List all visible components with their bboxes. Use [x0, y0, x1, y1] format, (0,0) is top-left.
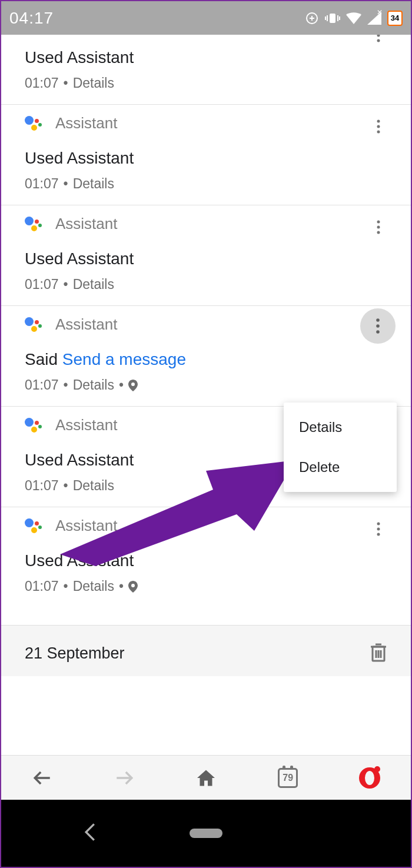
- svg-point-24: [377, 528, 380, 531]
- system-home-pill[interactable]: [190, 829, 222, 838]
- title-prefix: Said: [25, 350, 62, 368]
- svg-point-25: [377, 533, 380, 536]
- svg-point-16: [377, 231, 380, 234]
- date-label: 21 September: [25, 644, 125, 663]
- activity-item: Assistant Said Send a message 01:07• Det…: [1, 306, 411, 407]
- screen-frame: 04:17 ✕ 34 Assistant: [0, 0, 412, 868]
- menu-item-details[interactable]: Details: [284, 407, 397, 447]
- svg-point-10: [377, 39, 380, 42]
- nav-opera-button[interactable]: [355, 764, 384, 792]
- activity-title: Used Assistant: [25, 250, 387, 268]
- svg-point-15: [377, 226, 380, 229]
- opera-logo-icon: [359, 767, 380, 789]
- location-pin-icon: [128, 380, 138, 391]
- vibrate-icon: [325, 11, 340, 25]
- details-link[interactable]: Details: [73, 277, 114, 292]
- svg-point-9: [377, 35, 380, 37]
- activity-meta: 01:07• Details•: [25, 578, 387, 594]
- more-options-button[interactable]: [360, 308, 396, 344]
- activity-meta: 01:07• Details: [25, 176, 387, 192]
- assistant-logo-icon: [25, 115, 42, 132]
- nav-back-button[interactable]: [28, 764, 57, 792]
- activity-title: Used Assistant: [25, 48, 387, 67]
- assistant-logo-icon: [25, 215, 42, 233]
- more-options-button[interactable]: [367, 115, 390, 138]
- details-link[interactable]: Details: [73, 176, 114, 192]
- status-bar: 04:17 ✕ 34: [1, 1, 411, 35]
- activity-time: 01:07: [25, 578, 59, 594]
- activity-item: Assistant Used Assistant 01:07• Details: [1, 105, 411, 205]
- activity-meta: 01:07• Details: [25, 277, 387, 292]
- more-options-button[interactable]: [367, 35, 390, 46]
- nav-home-button[interactable]: [192, 764, 220, 792]
- assistant-logo-icon: [25, 316, 42, 334]
- system-back-button[interactable]: [84, 822, 97, 844]
- activity-item: Assistant Used Assistant 01:07 • Details: [1, 35, 411, 105]
- svg-point-18: [376, 324, 380, 328]
- data-saver-icon: [305, 11, 319, 25]
- svg-point-19: [376, 330, 380, 334]
- activity-title: Used Assistant: [25, 149, 387, 168]
- voice-query-link[interactable]: Send a message: [62, 350, 186, 368]
- browser-bottom-nav: 79: [1, 755, 411, 800]
- svg-point-11: [377, 120, 380, 123]
- nav-tabs-button[interactable]: 79: [274, 764, 302, 792]
- details-link[interactable]: Details: [73, 578, 114, 594]
- svg-point-23: [377, 523, 380, 526]
- details-link[interactable]: Details: [73, 478, 114, 494]
- nav-forward-button[interactable]: [110, 764, 138, 792]
- activity-time: 01:07: [25, 377, 59, 393]
- status-icons: ✕ 34: [305, 11, 403, 26]
- battery-calendar-icon: 34: [387, 11, 403, 26]
- details-link[interactable]: Details: [73, 377, 114, 393]
- assistant-logo-icon: [25, 417, 42, 434]
- activity-meta: 01:07 • Details: [25, 75, 387, 91]
- svg-point-14: [377, 221, 380, 224]
- activity-source: Assistant: [55, 416, 118, 434]
- details-link[interactable]: Details: [73, 75, 114, 91]
- assistant-logo-icon: [25, 517, 42, 535]
- activity-time: 01:07: [25, 176, 59, 192]
- activity-meta: 01:07• Details•: [25, 377, 387, 393]
- menu-item-delete[interactable]: Delete: [284, 447, 397, 487]
- more-options-button[interactable]: [367, 518, 390, 540]
- svg-rect-7: [339, 16, 340, 20]
- more-options-button[interactable]: [367, 216, 390, 238]
- svg-rect-3: [330, 14, 335, 23]
- svg-point-13: [377, 131, 380, 134]
- activity-source: Assistant: [55, 517, 118, 535]
- tabs-count: 79: [278, 768, 298, 788]
- activity-source: Assistant: [55, 114, 118, 132]
- svg-rect-6: [325, 16, 326, 20]
- activity-title: Used Assistant: [25, 551, 387, 570]
- svg-rect-5: [337, 15, 338, 21]
- activity-item: Assistant Used Assistant 01:07• Details: [1, 205, 411, 306]
- activity-time: 01:07: [25, 478, 59, 494]
- system-navigation-bar: [1, 800, 411, 867]
- wifi-icon: [346, 12, 361, 24]
- cellular-icon: ✕: [367, 12, 381, 25]
- activity-item: Assistant Used Assistant 01:07• Details•: [1, 507, 411, 607]
- context-menu: Details Delete: [284, 403, 397, 492]
- activity-title: Said Send a message: [25, 350, 387, 369]
- svg-point-17: [376, 318, 380, 322]
- svg-point-12: [377, 125, 380, 128]
- date-section-header: 21 September: [1, 625, 411, 676]
- location-pin-icon: [128, 581, 138, 593]
- delete-day-button[interactable]: [370, 642, 387, 664]
- activity-source: Assistant: [55, 215, 118, 233]
- status-time: 04:17: [9, 9, 54, 28]
- activity-source: Assistant: [55, 315, 118, 334]
- activity-time: 01:07: [25, 277, 59, 292]
- activity-time: 01:07: [25, 75, 59, 91]
- svg-rect-4: [327, 15, 328, 21]
